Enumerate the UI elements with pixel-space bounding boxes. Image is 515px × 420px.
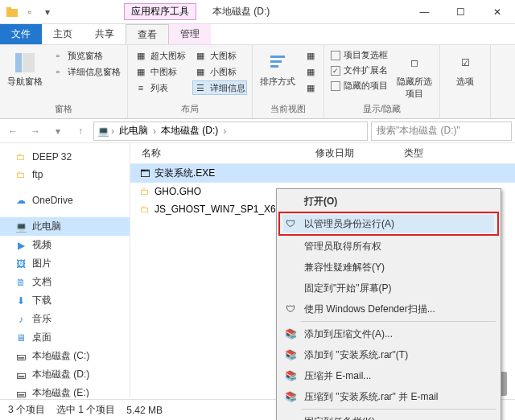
tab-share[interactable]: 共享 [84, 24, 126, 44]
col-name[interactable]: 名称 [130, 146, 315, 160]
group-showhide-label: 显示/隐藏 [329, 101, 435, 115]
nav-desktop[interactable]: 🖥桌面 [0, 328, 130, 347]
menu-defender[interactable]: 🛡使用 Windows Defender扫描... [278, 299, 499, 319]
pc-icon: 💻 [14, 220, 27, 233]
context-menu: 打开(O) 🛡以管理员身份运行(A) 管理员取得所有权 兼容性疑难解答(Y) 固… [276, 188, 501, 420]
pc-icon: 💻 [97, 126, 109, 137]
details-icon: ☰ [194, 81, 207, 94]
props-icon[interactable]: ▫ [23, 5, 37, 19]
preview-pane-button[interactable]: ▫预览窗格 [50, 48, 122, 63]
minimize-button[interactable]: — [406, 1, 443, 23]
group-current-label: 当前视图 [258, 101, 319, 115]
folder-icon: 🗀 [14, 150, 27, 163]
hide-button[interactable]: ◻ 隐藏所选项目 [394, 48, 435, 101]
nav-docs[interactable]: 🗎文档 [0, 273, 130, 291]
close-button[interactable]: ✕ [479, 1, 515, 23]
nav-music[interactable]: ♪音乐 [0, 310, 130, 328]
detail-pane-button[interactable]: ▫详细信息窗格 [50, 64, 122, 79]
svg-rect-0 [6, 9, 18, 17]
list-button[interactable]: ≡列表 [133, 80, 187, 95]
hidden-toggle[interactable]: 隐藏的项目 [329, 79, 389, 93]
ext-toggle[interactable]: ✓文件扩展名 [329, 64, 389, 77]
check-icon: ✓ [331, 66, 340, 76]
nav-video[interactable]: ▶视频 [0, 236, 130, 254]
menu-open[interactable]: 打开(O) [278, 191, 499, 212]
nav-tree: 🗀DEEP 32 🗀ftp ☁OneDrive 💻此电脑 ▶视频 🖼图片 🗎文档… [0, 143, 130, 397]
history-button[interactable]: ▾ [48, 121, 68, 141]
menu-getowner[interactable]: 管理员取得所有权 [278, 236, 499, 257]
options-button[interactable]: ☑ 选项 [445, 48, 485, 113]
nav-deep32[interactable]: 🗀DEEP 32 [0, 148, 130, 166]
xl-icon: ▦ [134, 49, 147, 62]
s-icons-button[interactable]: ▦小图标 [192, 64, 247, 79]
context-tab-header: 应用程序工具 [124, 3, 196, 20]
m-icon: ▦ [134, 65, 147, 78]
menu-zipemailrar[interactable]: 📚压缩到 "安装系统.rar" 并 E-mail [278, 386, 499, 407]
nav-ftp[interactable]: 🗀ftp [0, 166, 130, 183]
shield-icon: 🛡 [283, 216, 298, 231]
tab-home[interactable]: 主页 [42, 24, 84, 44]
sort-icon [265, 50, 290, 76]
checkbox-icon [331, 51, 340, 60]
col-mdate[interactable]: 修改日期 [315, 146, 404, 160]
nav-pane-icon [12, 50, 38, 76]
svg-rect-5 [270, 60, 282, 63]
crumb-drive[interactable]: 本地磁盘 (D:) [158, 124, 221, 138]
ribbon: 导航窗格 ▫预览窗格 ▫详细信息窗格 窗格 ▦超大图标 ▦中图标 ≡列表 ▦大图… [0, 45, 515, 119]
nav-onedrive[interactable]: ☁OneDrive [0, 191, 130, 209]
menu-addrar[interactable]: 📚添加到 "安装系统.rar"(T) [278, 344, 499, 365]
maximize-button[interactable]: ☐ [443, 1, 479, 23]
drive-icon: 🖴 [14, 369, 27, 381]
file-row-selected[interactable]: 🗔安装系统.EXE [130, 164, 515, 183]
nav-pictures[interactable]: 🖼图片 [0, 254, 130, 273]
l-icons-button[interactable]: ▦大图标 [192, 48, 247, 63]
download-icon: ⬇ [14, 294, 27, 307]
breadcrumb[interactable]: 💻 › 此电脑 › 本地磁盘 (D:) › [93, 121, 368, 141]
details-button[interactable]: ☰详细信息 [192, 80, 247, 95]
svg-rect-4 [270, 56, 285, 58]
tab-manage[interactable]: 管理 [169, 24, 211, 44]
m-icons-button[interactable]: ▦中图标 [133, 64, 187, 79]
tab-view[interactable]: 查看 [126, 24, 169, 44]
crumb-thispc[interactable]: 此电脑 [116, 124, 151, 138]
drive-icon: 🖴 [14, 350, 27, 363]
grid-btn1[interactable]: ▦ [303, 48, 319, 63]
preview-icon: ▫ [52, 49, 64, 62]
checkbox-icon [331, 81, 340, 91]
doc-icon: 🗎 [14, 276, 27, 289]
address-bar: ← → ▾ ↑ 💻 › 此电脑 › 本地磁盘 (D:) › 搜索"本地磁盘 (D… [0, 119, 515, 143]
nav-ddrive[interactable]: 🖴本地磁盘 (D:) [0, 365, 130, 384]
checkbox-toggle[interactable]: 项目复选框 [329, 48, 389, 62]
menu-compat[interactable]: 兼容性疑难解答(Y) [278, 257, 499, 278]
group-panes-label: 窗格 [5, 101, 122, 115]
nav-thispc[interactable]: 💻此电脑 [0, 217, 130, 236]
exe-icon: 🗔 [138, 167, 151, 180]
xl-icons-button[interactable]: ▦超大图标 [133, 48, 187, 63]
dropdown-icon[interactable]: ▾ [40, 5, 55, 19]
nav-downloads[interactable]: ⬇下载 [0, 291, 130, 310]
nav-edrive[interactable]: 🖴本地磁盘 (E:) [0, 384, 130, 397]
search-input[interactable]: 搜索"本地磁盘 (D:)" [371, 121, 512, 141]
status-size: 5.42 MB [126, 405, 163, 416]
menu-pinstart[interactable]: 固定到"开始"屏幕(P) [278, 278, 499, 299]
grid-btn3[interactable]: ▦ [303, 80, 319, 95]
rar-icon: 📚 [283, 369, 298, 383]
desktop-icon: 🖥 [14, 331, 27, 344]
back-button[interactable]: ← [3, 121, 23, 141]
grid-btn2[interactable]: ▦ [303, 64, 319, 79]
shield-icon: 🛡 [283, 302, 298, 316]
menu-runas[interactable]: 🛡以管理员身份运行(A) [283, 215, 494, 233]
music-icon: ♪ [14, 313, 27, 326]
sort-button[interactable]: 排序方式 [258, 48, 298, 101]
l-icon: ▦ [194, 49, 207, 62]
col-type[interactable]: 类型 [404, 146, 515, 160]
menu-addzip[interactable]: 📚添加到压缩文件(A)... [278, 323, 499, 344]
nav-pane-button[interactable]: 导航窗格 [5, 48, 45, 101]
group-layout-label: 布局 [133, 101, 247, 115]
menu-pintask[interactable]: 固定到任务栏(K) [278, 411, 499, 420]
forward-button[interactable]: → [26, 121, 45, 141]
tab-file[interactable]: 文件 [0, 24, 42, 44]
nav-cdrive[interactable]: 🖴本地磁盘 (C:) [0, 347, 130, 365]
up-button[interactable]: ↑ [71, 121, 90, 141]
menu-zipemail[interactable]: 📚压缩并 E-mail... [278, 365, 499, 386]
